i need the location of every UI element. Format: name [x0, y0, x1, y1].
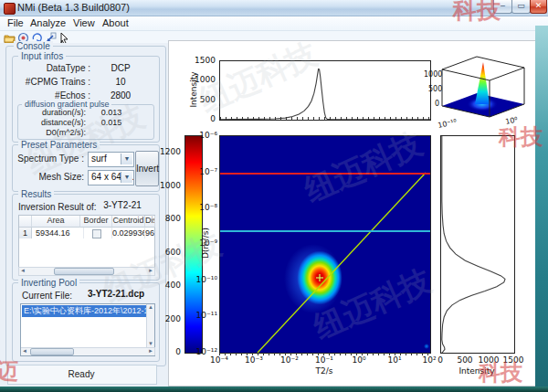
cursor-icon[interactable] [58, 31, 70, 43]
main-xtick-1e-4: 10⁻⁴ [206, 355, 233, 365]
results-table: Area Border Centroid Dist 1 59344.16 0.0… [18, 215, 155, 268]
t2-projection-curve [220, 61, 430, 120]
spectrum-type-value: surf [91, 154, 107, 164]
pool-hscrollbar[interactable]: ◄ ► [21, 347, 155, 355]
scroll-left-icon[interactable]: ◄ [19, 268, 26, 274]
inverting-pool-group: Inverting Pool Current File: 3-YT2-21.dc… [12, 282, 160, 362]
colorbar-tick-800: 800 [155, 214, 181, 223]
main-xtick-1e-3: 10⁻³ [240, 355, 268, 365]
right-xlabel: Intensity [454, 366, 500, 376]
desktop-strip-right [535, 26, 548, 387]
cell-area[interactable]: 59344.16 [32, 228, 84, 238]
menu-file[interactable]: File [7, 17, 24, 28]
console-title: Console [14, 41, 53, 51]
surf3d-ztick-1000: 1000 [424, 70, 442, 79]
top-ytick-0: 0 [188, 114, 216, 123]
list-item-selected[interactable]: E:\实验中心资料库-2012年\2012-11-01东北石油大学-饱和岩样-3… [22, 305, 146, 317]
top-projection-axes[interactable] [219, 60, 431, 121]
menu-analyze[interactable]: Analyze [30, 17, 66, 28]
pool-hscroll-thumb[interactable] [30, 348, 74, 355]
colorbar-tick-1000: 1000 [155, 181, 181, 190]
title-bar[interactable]: NMi (Beta 1.3 Build0807) – ▭ ✕ [0, 0, 548, 16]
cyan-cutoff-line [220, 230, 430, 232]
pool-vscrollbar[interactable]: ▲ ▼ [146, 304, 154, 348]
cpmg-trains-value: 10 [100, 77, 142, 87]
chevron-down-icon[interactable]: ▼ [121, 154, 132, 164]
menu-about[interactable]: About [102, 17, 129, 28]
minimize-button[interactable]: – [493, 0, 512, 14]
main-ytick-1e-10: 10⁻¹⁰ [194, 275, 217, 284]
distance-value: 0.015 [91, 118, 132, 127]
main-xtick-1e-1: 10⁻¹ [311, 355, 338, 365]
cpmg-trains-label: #CPMG Trains : [22, 77, 90, 87]
main-xtick-1e1: 10¹ [381, 355, 408, 365]
red-cutoff-line [220, 173, 430, 175]
scroll-right-icon[interactable]: ► [147, 348, 154, 355]
main-ytick-1e-6: 10⁻⁶ [197, 131, 217, 140]
d0-label: D0(m^2/s): [24, 128, 86, 137]
top-ytick-500: 500 [188, 95, 216, 104]
surf3d-ztick-0: 0 [435, 100, 439, 108]
colorbar-tick-1200: 1200 [155, 147, 181, 156]
top-ytick-1000: 1000 [188, 75, 216, 84]
surface-3d-plot[interactable]: 1000 500 0 10⁻¹⁰ 10⁰ [422, 49, 539, 133]
datatype-label: DataType : [22, 63, 90, 73]
col-header-centroid[interactable]: Centroid [112, 216, 145, 228]
spectrum-type-label: Spectrum Type : [15, 154, 84, 164]
main-ytick-1e-11: 10⁻¹¹ [194, 311, 217, 320]
right-projection-axes[interactable] [440, 135, 515, 354]
scroll-up-icon[interactable]: ▲ [147, 304, 154, 311]
current-file-value: 3-YT2-21.dcp [77, 289, 155, 299]
window-title: NMi (Beta 1.3 Build0807) [17, 2, 130, 13]
border-checkbox[interactable] [92, 229, 101, 238]
col-header-dist[interactable]: Dist [145, 216, 155, 228]
mesh-size-label: Mesh Size: [15, 172, 84, 182]
cell-centroid[interactable]: 0.029936 , 1... [112, 228, 145, 238]
preset-parameters-group: Preset Parameters Spectrum Type : surf ▼… [12, 144, 160, 192]
results-title: Results [18, 189, 54, 199]
mesh-size-select[interactable]: 64 x 64 (... ▼ [88, 170, 134, 185]
menu-view[interactable]: View [73, 17, 95, 28]
preset-title: Preset Parameters [18, 140, 100, 150]
col-header-border[interactable]: Border [80, 216, 112, 228]
close-button[interactable]: ✕ [530, 0, 547, 14]
colorbar-tick-400: 400 [155, 281, 181, 290]
scroll-down-icon[interactable]: ▼ [147, 341, 154, 347]
console-group: Console Input infos DataType : DCP #CPMG… [5, 46, 166, 366]
col-header-rownum[interactable] [19, 216, 32, 228]
colorbar-tick-200: 200 [155, 314, 181, 323]
spectrum-type-select[interactable]: surf ▼ [88, 152, 134, 167]
col-header-area[interactable]: Area [32, 216, 80, 228]
surf3d-xtick-right: 10⁰ [505, 115, 519, 126]
main-ylabel: D(m²/s) [201, 220, 210, 266]
scroll-left-icon[interactable]: ◄ [21, 348, 28, 355]
right-xtick-1500: 1500 [500, 355, 527, 365]
duration-value: 0.013 [91, 108, 132, 117]
datatype-value: DCP [100, 63, 142, 73]
chevron-down-icon[interactable]: ▼ [121, 172, 132, 183]
cell-dist[interactable]: 96.87 [145, 228, 154, 238]
main-xtick-1e-2: 10⁻² [276, 355, 303, 365]
row-number[interactable]: 1 [19, 228, 32, 238]
results-group: Results Inversion Result of: 3-YT2-21 Ar… [12, 194, 160, 281]
current-file-label: Current File: [22, 291, 72, 301]
scroll-right-icon[interactable]: ► [147, 268, 154, 274]
input-infos-title: Input infos [18, 51, 66, 61]
distance-label: distance(/s): [24, 118, 86, 127]
right-xtick-0: 0 [427, 355, 454, 365]
inversion-result-of-value: 3-YT2-21 [90, 200, 154, 210]
results-hscroll-thumb[interactable] [54, 268, 114, 275]
right-xtick-1000: 1000 [475, 355, 502, 365]
dt2-heatmap[interactable] [219, 135, 431, 354]
cell-border[interactable] [80, 228, 112, 238]
menu-bar: File Analyze View About [0, 16, 548, 31]
results-hscrollbar[interactable]: ◄ ► [18, 267, 155, 276]
top-ytick-1500: 1500 [188, 56, 216, 65]
colorbar-tick-0: 0 [155, 347, 181, 356]
inverting-pool-list[interactable]: E:\实验中心资料库-2012年\2012-11-01东北石油大学-饱和岩样-3… [20, 303, 155, 356]
app-icon [4, 3, 16, 15]
input-infos-group: Input infos DataType : DCP #CPMG Trains … [12, 56, 160, 143]
main-xlabel: T2/s [311, 366, 338, 376]
maximize-button[interactable]: ▭ [511, 0, 531, 14]
inverting-pool-title: Inverting Pool [18, 278, 79, 288]
